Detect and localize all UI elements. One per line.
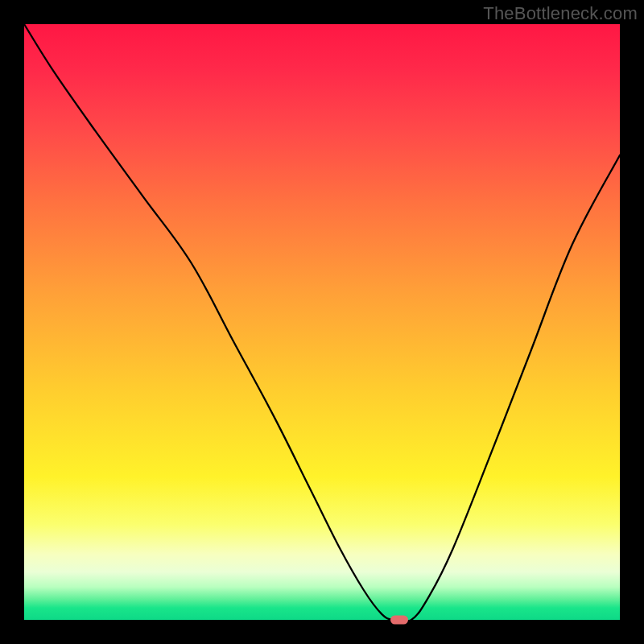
bottleneck-curve [24,24,620,620]
plot-area [24,24,620,620]
watermark-text: TheBottleneck.com [483,3,638,24]
chart-frame: TheBottleneck.com [0,0,644,644]
optimal-point-marker [390,616,408,625]
